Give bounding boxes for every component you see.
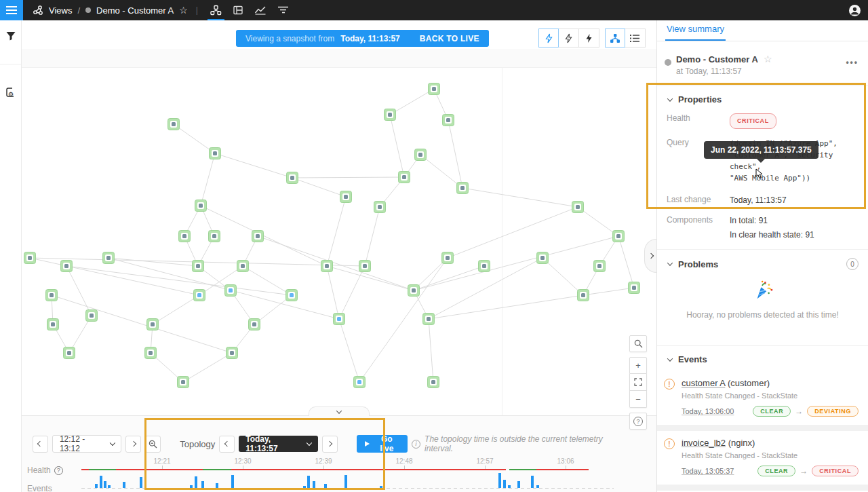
range-next-button[interactable]: [125, 436, 141, 453]
topology-time-select[interactable]: Today, 11:13:57: [239, 436, 318, 452]
topology-time-prev-button[interactable]: [219, 436, 235, 453]
list-layout-icon[interactable]: [625, 29, 646, 48]
traces-view-tab[interactable]: [272, 0, 294, 20]
topology-node[interactable]: [423, 314, 435, 325]
event-card[interactable]: ! customer A (customer) Health State Cha…: [657, 371, 868, 425]
event-card[interactable]: ! invoice_lb2 (nginx) Health State Chang…: [657, 431, 868, 485]
topology-node[interactable]: [359, 261, 371, 272]
topology-node[interactable]: [225, 285, 237, 297]
topology-time-next-button[interactable]: [322, 436, 338, 453]
problems-section-header[interactable]: Problems 0: [667, 258, 859, 270]
topology-node[interactable]: [226, 347, 238, 359]
topology-node[interactable]: [286, 290, 298, 301]
topology-node[interactable]: [210, 148, 221, 159]
events-section-header[interactable]: Events: [667, 354, 859, 364]
filter-icon[interactable]: [0, 20, 22, 52]
search-icon[interactable]: [629, 335, 647, 352]
topology-node[interactable]: [399, 172, 410, 183]
topology-node[interactable]: [629, 282, 640, 294]
topology-node[interactable]: [429, 83, 440, 95]
last-change-value[interactable]: Today, 11:13:57: [730, 195, 787, 206]
topology-node[interactable]: [578, 290, 589, 301]
event-time-link[interactable]: Today, 13:05:37: [682, 467, 734, 475]
topology-node[interactable]: [193, 261, 204, 272]
topology-node[interactable]: [64, 347, 75, 359]
telemetry-view-tab[interactable]: [250, 0, 272, 20]
topology-node[interactable]: [408, 285, 420, 297]
topology-node[interactable]: [145, 347, 157, 359]
main-menu-button[interactable]: [0, 0, 23, 20]
topology-node[interactable]: [249, 319, 260, 330]
properties-section-header[interactable]: Properties: [667, 94, 859, 105]
zoom-in-button[interactable]: +: [629, 357, 647, 374]
topology-graph[interactable]: [22, 49, 656, 415]
breadcrumb-views-link[interactable]: Views: [49, 5, 72, 16]
topology-node[interactable]: [613, 231, 625, 242]
components-view-tab[interactable]: [227, 0, 250, 20]
topology-canvas[interactable]: [22, 49, 656, 415]
topology-node[interactable]: [86, 310, 98, 322]
view-settings-icon[interactable]: ⚙: [0, 77, 22, 108]
topology-node[interactable]: [46, 290, 58, 301]
health-status-badge: CRITICAL: [730, 113, 776, 129]
breadcrumb-view-name[interactable]: Demo - Customer A: [96, 5, 174, 16]
topology-node[interactable]: [415, 149, 427, 161]
event-time-link[interactable]: Today, 13:06:00: [682, 407, 734, 415]
topology-node[interactable]: [340, 191, 352, 203]
topology-node[interactable]: [194, 290, 205, 301]
zoom-out-button[interactable]: −: [629, 391, 647, 408]
back-to-live-button[interactable]: BACK TO LIVE: [420, 34, 479, 43]
topology-node[interactable]: [443, 115, 454, 126]
topology-node[interactable]: [252, 231, 264, 242]
topology-view-tab[interactable]: [205, 0, 227, 20]
more-menu-icon[interactable]: •••: [846, 58, 859, 67]
topology-node[interactable]: [179, 231, 191, 242]
topology-node[interactable]: [147, 319, 159, 330]
star-icon[interactable]: ☆: [764, 54, 772, 64]
topology-node[interactable]: [209, 231, 220, 242]
topology-node[interactable]: [61, 261, 73, 272]
timeline-collapse-tab[interactable]: [309, 406, 370, 416]
component-icon: [90, 314, 94, 318]
event-name-link[interactable]: invoice_lb2: [682, 438, 726, 448]
topology-layout-icon[interactable]: [605, 29, 625, 48]
event-name-link[interactable]: customer A: [682, 378, 725, 388]
favorite-star-icon[interactable]: ☆: [179, 5, 188, 16]
properties-section: Properties Health CRITICAL Query (domain…: [657, 86, 868, 249]
topology-node[interactable]: [24, 252, 36, 264]
topology-node[interactable]: [287, 172, 298, 184]
lightning-outline-icon[interactable]: [559, 29, 579, 48]
problems-filter-active-icon[interactable]: [538, 29, 559, 48]
topology-node[interactable]: [47, 319, 59, 330]
topology-node[interactable]: [321, 261, 333, 272]
go-live-button[interactable]: Go live: [357, 435, 408, 453]
topology-node[interactable]: [572, 202, 584, 213]
topology-node[interactable]: [384, 109, 396, 121]
topology-node[interactable]: [428, 377, 439, 388]
right-panel-collapse-tab[interactable]: [644, 239, 656, 273]
time-range-select[interactable]: 12:12 - 13:12: [52, 435, 122, 453]
fit-to-screen-button[interactable]: [629, 374, 647, 391]
topology-edge: [292, 178, 346, 197]
topology-node[interactable]: [479, 261, 490, 272]
view-summary-tab[interactable]: View summary: [665, 24, 726, 41]
topology-node[interactable]: [374, 202, 386, 213]
topology-node[interactable]: [195, 200, 207, 212]
user-avatar[interactable]: [848, 4, 861, 17]
topology-node[interactable]: [334, 314, 345, 325]
topology-node[interactable]: [442, 252, 454, 264]
topology-node[interactable]: [178, 377, 189, 388]
help-button[interactable]: ?: [629, 413, 647, 430]
topology-node[interactable]: [237, 261, 249, 272]
topology-node[interactable]: [168, 119, 180, 130]
lightning-filled-icon[interactable]: [579, 29, 599, 48]
topology-node[interactable]: [103, 252, 115, 264]
topology-node[interactable]: [594, 261, 606, 272]
zoom-out-range-button[interactable]: [145, 436, 161, 453]
topology-node[interactable]: [354, 377, 366, 388]
health-help-icon[interactable]: ?: [54, 466, 63, 475]
range-prev-button[interactable]: [33, 436, 48, 453]
topology-node[interactable]: [537, 252, 549, 264]
topology-edge: [542, 258, 583, 295]
topology-node[interactable]: [457, 183, 469, 194]
